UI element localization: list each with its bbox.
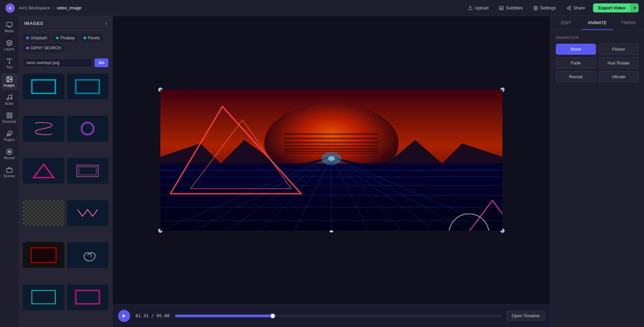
topbar-actions: Upload Subtitles Settings Share Export V… [465,3,639,12]
animation-none-button[interactable]: None [556,44,596,55]
source-tab-unsplash[interactable]: Unsplash [23,34,51,42]
canvas-frame[interactable] [160,90,502,231]
svg-rect-10 [6,22,12,27]
svg-point-32 [82,123,94,135]
open-timeline-button[interactable]: Open Timeline [506,311,545,321]
upload-button[interactable]: Upload [465,4,491,12]
image-thumb-12[interactable] [67,284,109,310]
thumb-neon-swirl [74,247,101,264]
sidebar-item-plugins[interactable]: Plugins [1,128,18,144]
source-tabs: Unsplash Pixabay Pexels GIPHY SEARCH [19,31,112,56]
svg-rect-36 [79,167,96,175]
export-dropdown-button[interactable]: ▾ [631,3,639,12]
svg-rect-19 [10,113,12,115]
sidebar-item-media[interactable]: Media [1,19,18,36]
animation-grid: None Flicker Fade Hue Rotate Reveal Vibr… [556,44,639,82]
svg-rect-38 [32,290,55,304]
svg-point-5 [570,6,571,7]
thumb-neon-rect-cyan [30,78,57,95]
right-panel: EDIT ANIMATE TIMING ANIMATION None Flick… [550,16,644,327]
svg-rect-20 [7,116,9,118]
animation-flicker-button[interactable]: Flicker [599,44,639,55]
svg-rect-26 [6,169,12,173]
text-icon [6,58,13,64]
svg-rect-39 [76,290,99,304]
animation-reveal-button[interactable]: Reveal [556,71,596,82]
svg-rect-37 [31,248,56,263]
svg-point-7 [570,9,571,10]
topbar: A Ari's Workspace > video_image Upload S… [0,0,644,16]
layers-icon [6,40,13,46]
svg-marker-11 [6,40,12,43]
unsplash-dot [26,37,29,39]
animation-fade-button[interactable]: Fade [556,57,596,68]
panel-header: IMAGES ‹ [19,16,112,31]
sidebar-item-text[interactable]: Text [1,55,18,72]
export-group: Export Video ▾ [593,3,639,12]
search-input[interactable] [23,58,93,67]
thumb-neon-coil-pink [30,120,57,137]
images-panel: IMAGES ‹ Unsplash Pixabay Pexels GIPHY S… [19,16,113,327]
svg-rect-45 [284,142,378,143]
play-button[interactable] [118,310,130,322]
animation-hue-rotate-button[interactable]: Hue Rotate [599,57,639,68]
svg-point-15 [8,78,8,79]
giphy-dot [26,47,29,49]
animation-vibrate-button[interactable]: Vibrate [599,71,639,82]
image-thumb-5[interactable] [23,158,64,184]
upload-icon [468,6,473,10]
sidebar-icons: Media Layers Text Images Audio Elements … [0,16,19,327]
svg-line-9 [568,7,570,7]
image-thumb-10[interactable] [67,242,109,268]
svg-rect-47 [284,148,378,150]
panel-close-button[interactable]: ‹ [105,20,107,26]
canvas-background-svg [160,90,502,231]
svg-rect-21 [10,116,12,118]
right-panel-tabs: EDIT ANIMATE TIMING [550,16,644,30]
share-button[interactable]: Share [564,4,588,12]
sidebar-item-record[interactable]: Record [1,146,18,162]
image-grid [19,70,112,327]
image-thumb-1[interactable] [23,74,64,99]
canvas-container [160,90,502,231]
timeline-thumb[interactable] [270,313,275,319]
image-thumb-4[interactable] [67,116,109,142]
timeline-track[interactable] [175,315,501,317]
image-thumb-6[interactable] [67,158,109,184]
sidebar-item-scenes[interactable]: Scenes [1,164,18,181]
image-thumb-7[interactable] [23,200,64,226]
svg-rect-43 [284,133,378,135]
sidebar-item-elements[interactable]: Elements [1,109,18,126]
panel-title: IMAGES [24,21,43,26]
sidebar-item-layers[interactable]: Layers [1,37,18,54]
tab-animate[interactable]: ANIMATE [582,16,613,30]
sidebar-item-audio[interactable]: Audio [1,91,18,108]
source-tab-pixabay[interactable]: Pixabay [53,34,78,42]
svg-marker-76 [123,314,125,318]
source-tab-giphy[interactable]: GIPHY SEARCH [23,44,64,52]
image-thumb-3[interactable] [23,116,64,142]
app-logo: A [5,3,15,13]
share-icon [567,6,571,10]
subtitles-button[interactable]: Subtitles [496,4,525,12]
svg-line-8 [568,8,570,9]
breadcrumb: Ari's Workspace > video_image [19,5,82,10]
svg-point-17 [10,98,12,99]
images-icon [6,76,13,83]
sidebar-item-images[interactable]: Images [1,73,18,90]
image-thumb-9[interactable] [23,242,64,268]
image-thumb-11[interactable] [23,284,64,310]
tab-timing[interactable]: TIMING [613,16,644,30]
image-thumb-8[interactable] [67,200,109,226]
svg-rect-30 [76,80,99,93]
settings-button[interactable]: Settings [531,4,558,12]
image-thumb-2[interactable] [67,74,109,99]
source-tab-pexels[interactable]: Pexels [80,34,103,42]
settings-icon [533,6,538,10]
right-panel-content: ANIMATION None Flicker Fade Hue Rotate R… [550,30,644,327]
tab-edit[interactable]: EDIT [550,16,582,30]
export-video-button[interactable]: Export Video [593,3,631,12]
svg-point-75 [328,156,335,161]
canvas-timeline-area: 01.31 / 05.00 Open Timeline [113,16,550,327]
search-go-button[interactable]: Go [95,58,108,67]
